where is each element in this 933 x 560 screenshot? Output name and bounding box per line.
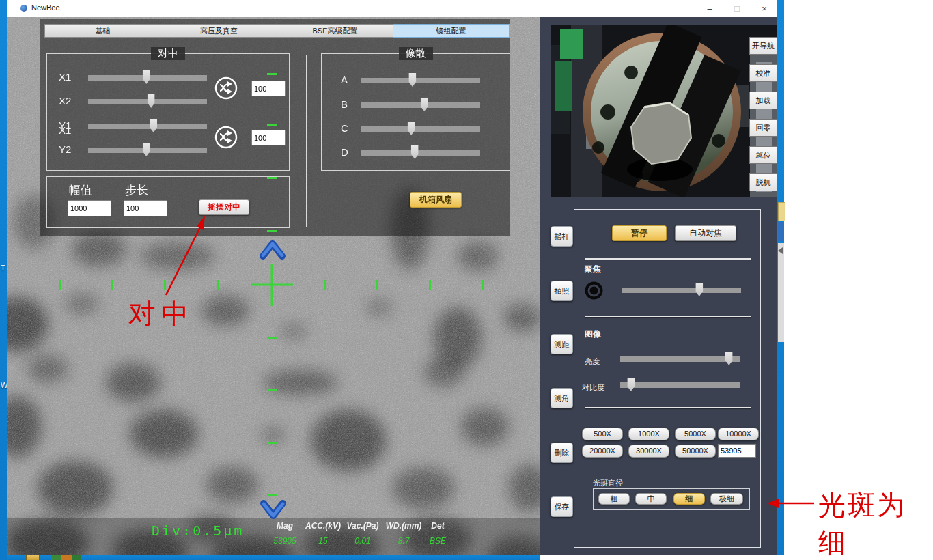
separator <box>585 407 751 408</box>
spot-ultrafine-button[interactable]: 极细 <box>710 493 743 505</box>
c-slider[interactable] <box>361 122 480 136</box>
b-label: B <box>341 98 348 110</box>
offline-button[interactable]: 脱机 <box>749 173 777 191</box>
centering-y-input[interactable] <box>251 130 286 145</box>
mag-5000x-button[interactable]: 5000X <box>675 428 716 440</box>
app-logo-icon <box>20 5 27 12</box>
snapshot-button[interactable]: 拍照 <box>551 281 573 301</box>
mag-30000x-button[interactable]: 30000X <box>628 445 669 458</box>
mag-custom-input[interactable] <box>718 444 756 458</box>
d-slider[interactable] <box>361 146 480 160</box>
centering-groupbox: 对中 X1 X1 X2 Y1 Y2 <box>46 53 290 171</box>
mag-1000x-button[interactable]: 1000X <box>628 428 669 440</box>
b-slider[interactable] <box>361 98 480 112</box>
a-label: A <box>341 74 348 85</box>
load-button[interactable]: 加载 <box>749 92 777 109</box>
spot-fine-button[interactable]: 细 <box>673 493 705 505</box>
d-label: D <box>341 146 348 158</box>
taskbar-icon-green <box>51 554 61 560</box>
separator <box>585 316 751 317</box>
status-value: 15 <box>303 536 343 546</box>
open-navigation-button[interactable]: 开导航 <box>749 37 777 55</box>
x2-label: X2 <box>59 95 71 107</box>
background-window-fragment-gray <box>778 243 784 342</box>
annotation-centering-text: 对中 <box>128 295 194 333</box>
status-header: WD.(mm) <box>382 521 425 531</box>
mag-500x-button[interactable]: 500X <box>582 428 623 440</box>
chamber-camera-view <box>551 25 777 197</box>
taskbar-icon-green2 <box>72 554 81 560</box>
focus-target-icon[interactable] <box>585 281 603 300</box>
tab-hv-vacuum[interactable]: 高压及真空 <box>161 24 277 38</box>
desktop-icon-letter-t: T <box>1 264 5 272</box>
folder-icon <box>26 554 40 560</box>
wobble-groupbox: 幅值 步长 摇摆对中 <box>46 176 290 228</box>
status-value: BSE <box>425 536 451 546</box>
desktop-left-strip <box>0 0 7 560</box>
x1-slider[interactable] <box>88 71 207 85</box>
status-value: 8.7 <box>382 536 425 546</box>
back-arrow-icon <box>778 247 783 254</box>
status-value: 0.01 <box>343 536 382 546</box>
tab-lens-config[interactable]: 镜组配置 <box>393 24 510 38</box>
spot-medium-button[interactable]: 中 <box>635 493 667 505</box>
spot-size-label: 光斑直径 <box>593 478 623 488</box>
tab-basic[interactable]: 基础 <box>44 24 161 38</box>
close-button[interactable]: × <box>754 2 775 15</box>
mag-10000x-button[interactable]: 10000X <box>718 428 759 440</box>
a-slider[interactable] <box>361 74 480 87</box>
y1-label: Y1 <box>59 120 71 131</box>
annotation-spot-text: 光斑为细 <box>818 486 933 560</box>
joystick-button[interactable]: 摇杆 <box>551 226 573 247</box>
step-input[interactable] <box>124 200 167 216</box>
spot-coarse-button[interactable]: 粗 <box>598 493 630 505</box>
autofocus-button[interactable]: 自动对焦 <box>675 225 736 241</box>
image-section-label: 图像 <box>585 328 601 340</box>
mag-50000x-button[interactable]: 50000X <box>675 445 716 458</box>
status-header: Vac.(Pa) <box>343 521 382 531</box>
save-button[interactable]: 保存 <box>551 496 573 517</box>
chamber-camera-image <box>551 25 777 197</box>
y2-slider[interactable] <box>88 143 207 157</box>
return-zero-button[interactable]: 回零 <box>749 119 777 137</box>
desktop-bottom-strip <box>7 555 540 560</box>
status-readout: Mag53905 ACC.(kV)15 Vac.(Pa)0.01 WD.(mm)… <box>266 521 451 552</box>
swap-y-icon[interactable] <box>214 126 238 149</box>
measure-angle-button[interactable]: 测角 <box>551 388 573 408</box>
brightness-slider[interactable] <box>620 352 740 366</box>
mag-20000x-button[interactable]: 20000X <box>582 445 623 458</box>
window-title: NewBee <box>31 3 60 12</box>
y1-slider[interactable] <box>88 120 207 133</box>
measure-distance-button[interactable]: 测距 <box>551 334 573 354</box>
taskbar-icon-orange <box>61 554 72 560</box>
maximize-button[interactable]: □ <box>727 2 747 15</box>
minimize-button[interactable]: – <box>699 2 720 15</box>
x1-label: X1 <box>59 71 71 83</box>
astigmatism-groupbox: 像散 A B C D <box>321 53 510 171</box>
screen: { "window": {"title": "NewBee", "minimiz… <box>0 0 933 560</box>
delete-button[interactable]: 删除 <box>551 443 573 463</box>
focus-label: 聚焦 <box>585 264 601 275</box>
focus-slider[interactable] <box>622 283 741 297</box>
config-tabs: 基础 高压及真空 BSE高级配置 镜组配置 <box>44 24 510 38</box>
amplitude-label: 幅值 <box>69 182 92 198</box>
x2-slider[interactable] <box>88 95 207 109</box>
calibrate-button[interactable]: 校准 <box>749 64 777 82</box>
background-window-fragment-blue <box>778 222 784 241</box>
scale-label: Div:0.5μm <box>152 522 244 539</box>
contrast-slider[interactable] <box>620 378 740 392</box>
panel-divider <box>306 55 307 227</box>
status-header: Det <box>425 521 451 531</box>
background-window-fragment-yellow <box>778 202 785 221</box>
wobble-centering-button[interactable]: 摇摆对中 <box>199 199 249 215</box>
swap-x-icon[interactable] <box>214 76 238 100</box>
step-label: 步长 <box>125 182 148 198</box>
separator <box>585 258 751 260</box>
in-position-button[interactable]: 就位 <box>749 146 777 164</box>
status-header: Mag <box>266 521 303 531</box>
amplitude-input[interactable] <box>68 200 111 216</box>
tab-bse-advanced[interactable]: BSE高级配置 <box>277 24 393 38</box>
chassis-fan-button[interactable]: 机箱风扇 <box>410 192 462 208</box>
pause-button[interactable]: 暂停 <box>612 225 667 241</box>
centering-x-input[interactable] <box>251 81 286 96</box>
